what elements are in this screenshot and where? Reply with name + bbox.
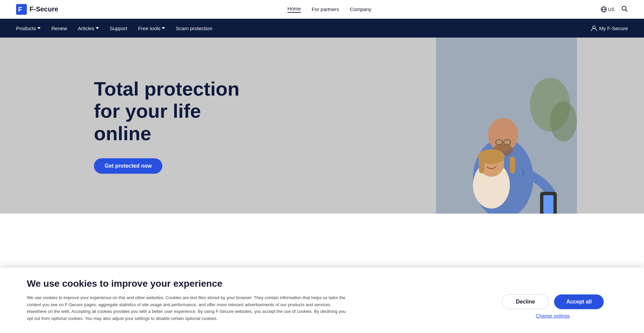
top-nav: Home For partners Company [287, 6, 371, 13]
my-fsecure-button[interactable]: My F-Secure [591, 25, 628, 31]
search-button[interactable] [621, 5, 628, 13]
hero-content: Total protection for your life online Ge… [94, 77, 241, 173]
cookie-actions: Decline Accept all Change settings [502, 294, 604, 319]
svg-rect-23 [543, 195, 553, 214]
search-icon [621, 5, 628, 12]
nav-home[interactable]: Home [287, 6, 301, 13]
globe-icon [601, 6, 607, 12]
nav-company[interactable]: Company [350, 6, 371, 12]
top-bar: F F-Secure Home For partners Company US [0, 0, 644, 19]
hero-image [436, 38, 577, 214]
cookie-banner-title: We use cookies to improve your experienc… [27, 278, 604, 289]
sec-nav-right: My F-Secure [591, 25, 628, 31]
fsecure-logo-icon: F [16, 4, 27, 15]
nav-free-tools[interactable]: Free tools [138, 25, 165, 31]
user-icon [591, 25, 597, 31]
products-chevron-icon [37, 27, 41, 29]
nav-support[interactable]: Support [110, 25, 127, 31]
cookie-banner: We use cookies to improve your experienc… [0, 268, 644, 333]
svg-point-7 [593, 26, 595, 29]
nav-articles[interactable]: Articles [78, 25, 99, 31]
nav-renew[interactable]: Renew [51, 25, 67, 31]
svg-rect-20 [479, 157, 484, 173]
svg-rect-21 [510, 157, 515, 173]
cookie-buttons: Decline Accept all [502, 294, 604, 309]
change-settings-button[interactable]: Change settings [536, 313, 570, 319]
top-nav-right: US [601, 5, 628, 13]
secondary-nav: Products Renew Articles Support Free too… [0, 19, 644, 38]
cookie-banner-text: We use cookies to improve your experienc… [27, 294, 349, 322]
svg-point-10 [550, 101, 577, 142]
hero-title: Total protection for your life online [94, 77, 241, 145]
logo[interactable]: F F-Secure [16, 4, 58, 15]
logo-text: F-Secure [30, 5, 58, 13]
free-tools-chevron-icon [162, 27, 165, 29]
hero-section: Total protection for your life online Ge… [0, 38, 644, 214]
cookie-banner-body: We use cookies to improve your experienc… [27, 294, 604, 322]
accept-all-button[interactable]: Accept all [554, 294, 604, 309]
nav-scam-protection[interactable]: Scam protection [176, 25, 212, 31]
language-label: US [608, 7, 614, 12]
hero-photo [436, 38, 577, 214]
nav-products[interactable]: Products [16, 25, 41, 31]
nav-for-partners[interactable]: For partners [312, 6, 339, 12]
articles-chevron-icon [96, 27, 99, 29]
hero-cta-button[interactable]: Get protected now [94, 158, 162, 174]
svg-text:F: F [18, 6, 22, 13]
globe-language-button[interactable]: US [601, 6, 614, 12]
decline-button[interactable]: Decline [502, 294, 549, 309]
sec-nav-left: Products Renew Articles Support Free too… [16, 25, 212, 31]
svg-line-6 [626, 10, 627, 11]
